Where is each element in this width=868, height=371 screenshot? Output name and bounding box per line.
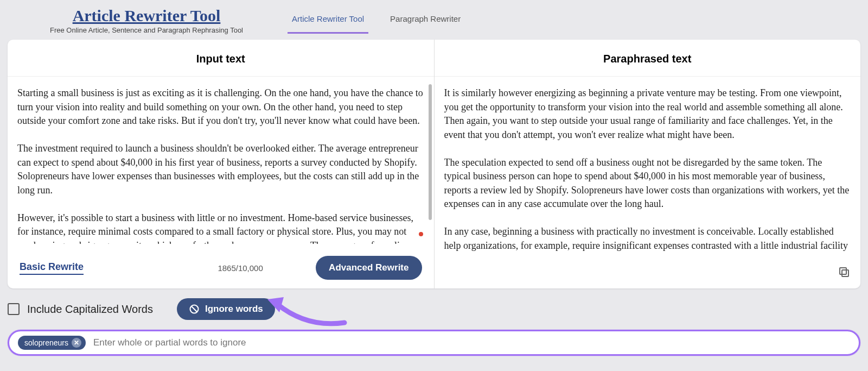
svg-rect-1 — [840, 268, 846, 274]
scrollbar[interactable] — [429, 84, 432, 220]
svg-rect-0 — [842, 270, 848, 276]
advanced-rewrite-button[interactable]: Advanced Rewrite — [316, 256, 422, 280]
input-text[interactable]: Starting a small business is just as exc… — [17, 86, 424, 244]
output-text: It is similarly however energizing as be… — [444, 86, 851, 284]
error-dot-icon — [419, 232, 423, 236]
copy-icon[interactable] — [838, 266, 851, 281]
chip-remove-icon[interactable]: ✕ — [72, 338, 81, 348]
svg-line-3 — [192, 306, 197, 312]
tab-paragraph-rewriter[interactable]: Paragraph Rewriter — [386, 14, 465, 34]
tab-article-rewriter[interactable]: Article Rewriter Tool — [288, 14, 368, 34]
ignore-chip: solopreneurs ✕ — [18, 336, 86, 350]
nav-tabs: Article Rewriter Tool Paragraph Rewriter — [288, 7, 465, 34]
ignore-chip-label: solopreneurs — [24, 338, 68, 347]
include-capitalized-label: Include Capitalized Words — [27, 303, 153, 316]
ignore-words-input[interactable] — [93, 337, 850, 348]
ignore-words-label: Ignore words — [205, 304, 263, 315]
input-pane: Input text Starting a small business is … — [8, 40, 435, 288]
output-header: Paraphrased text — [435, 40, 861, 77]
ignore-words-field[interactable]: solopreneurs ✕ — [8, 330, 860, 356]
brand-title[interactable]: Article Rewriter Tool — [43, 7, 250, 25]
brand-subtitle: Free Online Article, Sentence and Paragr… — [43, 26, 250, 34]
ban-icon — [189, 304, 200, 315]
basic-rewrite-button[interactable]: Basic Rewrite — [20, 261, 84, 275]
input-header: Input text — [8, 40, 434, 77]
ignore-words-button[interactable]: Ignore words — [177, 298, 275, 320]
include-capitalized-checkbox[interactable]: Include Capitalized Words — [8, 303, 153, 316]
annotation-arrow-icon — [263, 287, 355, 331]
checkbox-icon — [8, 303, 20, 315]
char-counter: 1865/10,000 — [218, 263, 263, 273]
output-pane: Paraphrased text It is similarly however… — [435, 40, 861, 288]
